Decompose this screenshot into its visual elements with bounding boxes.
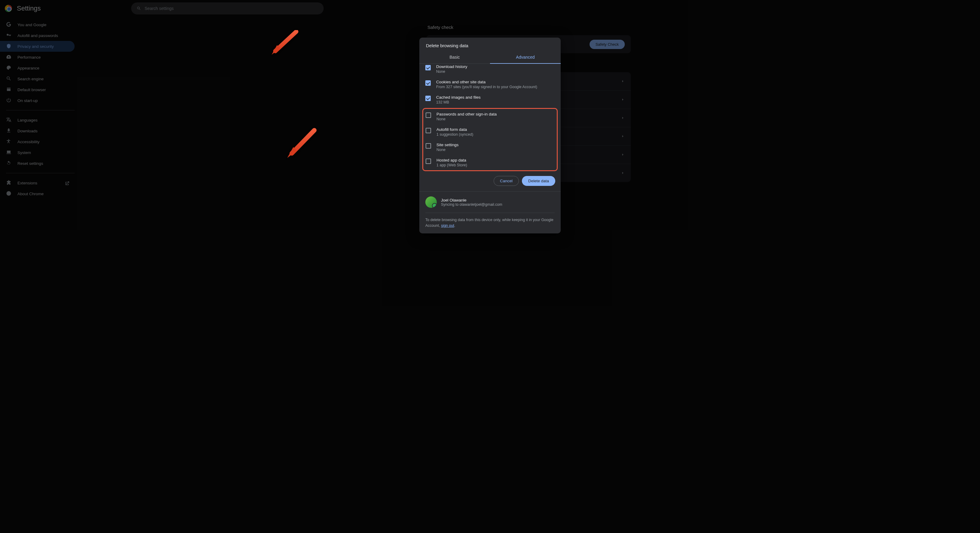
option-row[interactable]: Hosted app data 1 app (Web Store) <box>424 155 556 170</box>
options-list: Download history None Cookies and other … <box>419 64 561 171</box>
checkbox[interactable] <box>426 159 431 164</box>
checkbox[interactable] <box>425 95 431 101</box>
dialog-footnote: To delete browsing data from this device… <box>425 213 555 229</box>
dialog-tabs: Basic Advanced <box>419 51 561 64</box>
cancel-button[interactable]: Cancel <box>493 176 519 186</box>
sign-out-link[interactable]: sign out <box>441 223 454 228</box>
annotation-highlight-box: Passwords and other sign-in data None Au… <box>422 108 558 171</box>
option-subtitle: From 327 sites (you'll stay signed in to… <box>436 85 555 89</box>
option-subtitle: 132 MB <box>436 100 555 104</box>
tab-advanced[interactable]: Advanced <box>490 51 561 64</box>
option-subtitle: 1 app (Web Store) <box>436 163 554 167</box>
option-subtitle: 1 suggestion (synced) <box>436 132 554 137</box>
checkbox[interactable] <box>426 143 431 149</box>
option-title: Cookies and other site data <box>436 80 555 84</box>
option-row[interactable]: Autofill form data 1 suggestion (synced) <box>424 124 556 140</box>
option-row[interactable]: Passwords and other sign-in data None <box>424 109 556 124</box>
checkbox[interactable] <box>426 128 431 133</box>
tab-basic[interactable]: Basic <box>419 51 490 64</box>
checkbox[interactable] <box>425 80 431 86</box>
signed-in-user: Joel Olawanle Syncing to olawanletjoel@g… <box>425 196 555 208</box>
option-title: Site settings <box>436 143 554 147</box>
option-title: Autofill form data <box>436 127 554 132</box>
option-title: Cached images and files <box>436 95 555 100</box>
checkbox[interactable] <box>426 113 431 118</box>
option-row[interactable]: Site settings None <box>424 140 556 155</box>
user-name: Joel Olawanle <box>441 198 502 202</box>
delete-data-button[interactable]: Delete data <box>522 176 555 186</box>
dialog-title: Delete browsing data <box>419 38 561 51</box>
avatar <box>425 196 437 208</box>
delete-browsing-data-dialog: Delete browsing data Basic Advanced Down… <box>419 38 561 234</box>
option-title: Passwords and other sign-in data <box>436 112 554 116</box>
option-title: Download history <box>436 64 555 69</box>
user-sync-status: Syncing to olawanletjoel@gmail.com <box>441 202 502 207</box>
option-subtitle: None <box>436 70 555 74</box>
option-title: Hosted app data <box>436 158 554 162</box>
option-subtitle: None <box>436 117 554 121</box>
option-subtitle: None <box>436 148 554 152</box>
option-row[interactable]: Cached images and files 132 MB <box>423 92 557 107</box>
option-row[interactable]: Download history None <box>423 64 557 77</box>
option-row[interactable]: Cookies and other site data From 327 sit… <box>423 77 557 92</box>
checkbox[interactable] <box>425 65 431 70</box>
